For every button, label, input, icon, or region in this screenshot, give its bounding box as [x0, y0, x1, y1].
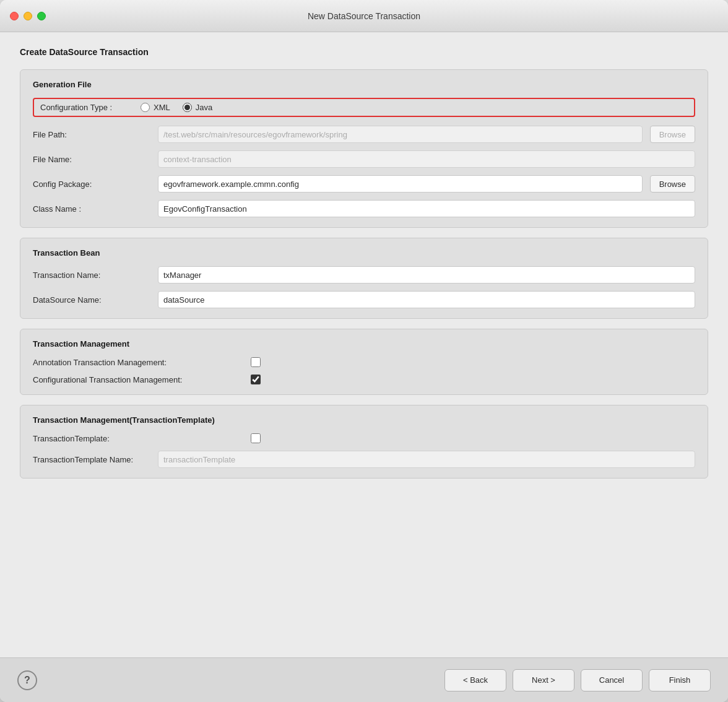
radio-xml[interactable]: XML — [141, 103, 170, 112]
maximize-button[interactable] — [37, 12, 46, 20]
config-package-label: Config Package: — [33, 180, 150, 189]
template-checkbox[interactable] — [251, 433, 261, 443]
annotation-checkbox-row: Annotation Transaction Management: — [33, 357, 695, 367]
generation-file-title: Generation File — [33, 80, 695, 89]
browse-file-path-button: Browse — [650, 126, 695, 143]
page-title: Create DataSource Transaction — [20, 47, 708, 57]
transaction-template-title: Transaction Management(TransactionTempla… — [33, 415, 695, 425]
file-name-input[interactable] — [158, 150, 695, 168]
config-type-label: Configuration Type : — [40, 103, 133, 112]
file-path-label: File Path: — [33, 130, 150, 139]
template-label: TransactionTemplate: — [33, 434, 243, 443]
class-name-input[interactable] — [158, 200, 695, 217]
transaction-template-section: Transaction Management(TransactionTempla… — [20, 405, 708, 479]
radio-xml-label: XML — [154, 103, 170, 112]
config-type-row: Configuration Type : XML Java — [33, 98, 695, 117]
footer-left: ? — [17, 670, 37, 690]
annotation-checkbox[interactable] — [251, 357, 261, 367]
template-name-row: TransactionTemplate Name: — [33, 451, 695, 468]
annotation-label: Annotation Transaction Management: — [33, 358, 243, 367]
datasource-name-row: DataSource Name: — [33, 291, 695, 308]
transaction-management-title: Transaction Management — [33, 339, 695, 349]
class-name-label: Class Name : — [33, 204, 150, 214]
template-name-input[interactable] — [158, 451, 695, 468]
finish-button[interactable]: Finish — [649, 669, 711, 691]
radio-xml-input[interactable] — [141, 103, 150, 112]
file-path-row: File Path: Browse — [33, 126, 695, 143]
back-button[interactable]: < Back — [444, 669, 506, 691]
transaction-name-row: Transaction Name: — [33, 266, 695, 284]
minimize-button[interactable] — [24, 12, 32, 20]
transaction-name-input[interactable] — [158, 266, 695, 284]
window-title: New DataSource Transaction — [308, 11, 420, 21]
next-button[interactable]: Next > — [513, 669, 574, 691]
footer: ? < Back Next > Cancel Finish — [0, 657, 728, 702]
template-name-label: TransactionTemplate Name: — [33, 455, 150, 464]
file-name-label: File Name: — [33, 155, 150, 164]
generation-file-section: Generation File Configuration Type : XML… — [20, 69, 708, 228]
file-path-input[interactable] — [158, 126, 643, 143]
configurational-label: Configurational Transaction Management: — [33, 375, 243, 384]
config-type-radio-group: XML Java — [141, 103, 212, 112]
datasource-name-input[interactable] — [158, 291, 695, 308]
cancel-button[interactable]: Cancel — [581, 669, 643, 691]
transaction-management-section: Transaction Management Annotation Transa… — [20, 329, 708, 395]
config-package-input[interactable] — [158, 175, 643, 193]
radio-java-input[interactable] — [183, 103, 192, 112]
class-name-row: Class Name : — [33, 200, 695, 217]
footer-right: < Back Next > Cancel Finish — [444, 669, 711, 691]
configurational-checkbox-row: Configurational Transaction Management: — [33, 375, 695, 384]
main-window: New DataSource Transaction Create DataSo… — [0, 0, 728, 702]
transaction-name-label: Transaction Name: — [33, 271, 150, 280]
configurational-checkbox[interactable] — [251, 375, 261, 384]
file-name-row: File Name: — [33, 150, 695, 168]
radio-java-label: Java — [196, 103, 212, 112]
transaction-bean-section: Transaction Bean Transaction Name: DataS… — [20, 238, 708, 319]
template-checkbox-row: TransactionTemplate: — [33, 433, 695, 443]
config-package-row: Config Package: Browse — [33, 175, 695, 193]
browse-config-package-button[interactable]: Browse — [650, 175, 695, 193]
transaction-bean-title: Transaction Bean — [33, 248, 695, 258]
content-area: Create DataSource Transaction Generation… — [0, 32, 728, 657]
close-button[interactable] — [10, 12, 19, 20]
radio-java[interactable]: Java — [183, 103, 212, 112]
title-bar: New DataSource Transaction — [0, 0, 728, 32]
help-button[interactable]: ? — [17, 670, 37, 690]
window-controls — [10, 12, 46, 20]
datasource-name-label: DataSource Name: — [33, 295, 150, 305]
